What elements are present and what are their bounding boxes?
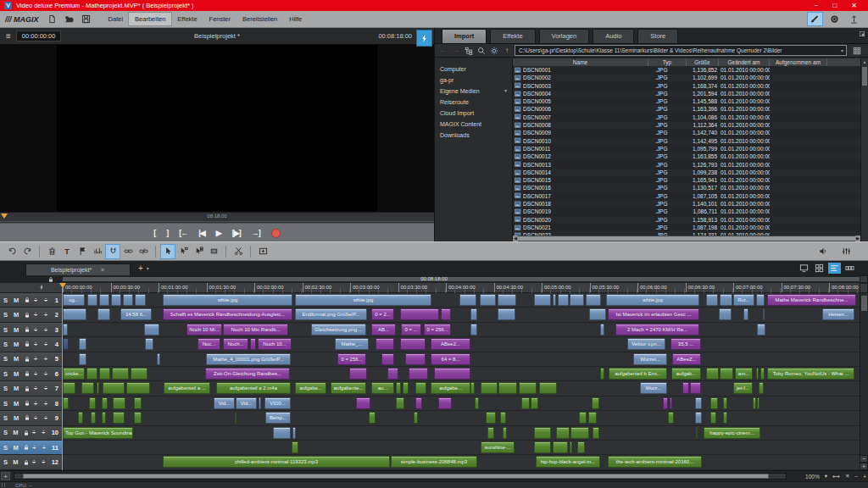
clip[interactable]: aufgabenteil b Emi... (609, 368, 667, 380)
curve-button[interactable]: ÷ (34, 400, 44, 408)
file-row[interactable]: DSCN0011.JPG1,095,79901.01.2010 00:00:00 (513, 145, 868, 152)
mute-button[interactable]: M (13, 444, 22, 452)
clip[interactable] (682, 382, 689, 394)
clip[interactable]: cricke... (63, 368, 85, 380)
split-icon[interactable] (231, 245, 245, 258)
clip[interactable] (486, 412, 496, 424)
clip[interactable]: Schafft es Maverick Randbeschneidung-Aus… (163, 308, 292, 320)
clip[interactable] (570, 427, 589, 439)
file-row[interactable]: DSCN0005.JPG1,145,58801.01.2010 00:00:00 (513, 97, 868, 105)
mute-button[interactable]: M (14, 385, 24, 392)
clip[interactable] (534, 427, 551, 439)
track-lock-icon[interactable] (24, 400, 34, 407)
clip[interactable]: Noc... (198, 338, 220, 350)
clip[interactable] (756, 294, 765, 306)
project-tab[interactable]: Beispielprojekt* ✕ (25, 263, 131, 275)
mouse-mode-icon[interactable] (161, 245, 175, 258)
clip[interactable]: Toby Romeo, YouNotUs - What ... (767, 368, 854, 380)
clip[interactable]: 64 = 8... (431, 353, 470, 365)
marker-icon[interactable] (75, 245, 89, 258)
track-lock-icon[interactable] (24, 312, 34, 319)
menu-datei[interactable]: Datei (103, 13, 130, 25)
clip[interactable] (570, 441, 572, 453)
gear-icon[interactable] (489, 47, 499, 55)
path-dropdown-icon[interactable]: ▾ (841, 47, 843, 53)
sidebar-item-downloads[interactable]: Downloads (435, 130, 512, 141)
clip[interactable] (126, 382, 150, 394)
clip[interactable] (695, 397, 702, 409)
track-lock-icon[interactable] (24, 326, 34, 333)
tab-audio[interactable]: Audio (593, 29, 634, 43)
column-header-typ[interactable]: Typ (648, 58, 687, 66)
clip[interactable] (723, 412, 727, 424)
clip[interactable] (103, 382, 125, 394)
clip[interactable]: happy-epic-cinem... (704, 427, 760, 439)
solo-button[interactable]: S (3, 444, 13, 452)
clip[interactable]: AB... (371, 324, 396, 336)
track-lane-6[interactable]: cricke...Zeit-Ort-Gleichung Randbes...au… (63, 367, 868, 380)
clip[interactable] (144, 324, 159, 336)
file-row[interactable]: DSCN0006.JPG1,163,39601.01.2010 00:00:00 (513, 105, 868, 113)
column-header-aufgenommen-am[interactable]: Aufgenommen am (770, 58, 827, 66)
file-row[interactable]: DSCN0003.JPG1,168,37401.01.2010 00:00:00 (513, 82, 868, 90)
solo-button[interactable]: S (3, 326, 14, 334)
track-lane-1[interactable]: og...white.jpgwhite.jpgwhite.jpgRot...Ma… (63, 293, 868, 307)
clip[interactable] (670, 397, 672, 409)
info-icon[interactable] (827, 13, 842, 25)
clip[interactable]: 0 = 256... (424, 324, 451, 336)
track-lane-3[interactable]: Noch 10 Mi...Noch 10 Min Randb...Gleichs… (63, 323, 868, 336)
clip[interactable] (579, 412, 587, 424)
clip[interactable] (356, 397, 370, 409)
clip[interactable] (102, 397, 108, 409)
minimize-button[interactable]: − (815, 2, 819, 9)
close-zoom-icon[interactable]: ✕ (845, 473, 849, 480)
new-doc-icon[interactable] (47, 14, 57, 24)
clip[interactable]: au... (371, 382, 394, 394)
video-display-area[interactable] (0, 44, 434, 212)
clip[interactable]: white.jpg (606, 294, 699, 306)
curve-button-2[interactable]: ÷ (44, 326, 54, 334)
curve-button-2[interactable]: ÷ (44, 385, 54, 392)
clip[interactable] (438, 397, 452, 409)
clip[interactable]: 14:58 6... (120, 308, 152, 320)
solo-button[interactable]: S (3, 458, 13, 466)
clip[interactable] (756, 368, 759, 380)
file-table-vscrollbar[interactable]: ▲ (860, 58, 868, 241)
timeline-mode-icon[interactable] (828, 263, 841, 274)
curve-button[interactable]: ÷ (34, 414, 44, 422)
track-lane-5[interactable]: Mathe_4_00001.png Größe/P...0 = 256...64… (63, 352, 868, 366)
clip[interactable]: chilled-ambient-minimal-119323.mp3 (163, 456, 390, 468)
curve-button-2[interactable]: ÷ (44, 311, 54, 319)
clip[interactable] (696, 427, 698, 439)
folder-tree-icon[interactable] (464, 47, 474, 55)
mixer-icon[interactable] (842, 247, 851, 256)
seek-playhead-marker[interactable] (1, 214, 8, 219)
snap-icon[interactable] (106, 245, 120, 258)
close-button[interactable]: ✕ (851, 2, 857, 9)
timeline-range-bar[interactable]: 00:08:18:00 (0, 275, 868, 283)
clip[interactable]: aufgab... (671, 368, 701, 380)
track-lock-icon[interactable] (23, 459, 32, 466)
clip[interactable] (403, 382, 409, 394)
clip[interactable] (592, 397, 599, 409)
preview-mode-icon[interactable] (798, 263, 810, 274)
clip[interactable] (577, 441, 585, 453)
lock-icon[interactable] (47, 276, 54, 283)
file-row[interactable]: DSCN0012.JPG1,163,85501.01.2010 00:00:00 (513, 152, 868, 160)
jump-end-button[interactable]: →] (252, 229, 260, 237)
mute-icon[interactable] (819, 247, 828, 256)
clip[interactable] (558, 294, 569, 306)
clip[interactable] (134, 397, 142, 409)
record-button[interactable] (271, 229, 281, 238)
track-header-3[interactable]: SM÷÷3 (0, 323, 63, 336)
clip[interactable] (498, 294, 516, 306)
zoom-in-vertical-button[interactable]: + (860, 463, 868, 470)
clip[interactable]: aufgabenteil a 2.m4a (216, 382, 291, 394)
sidebar-item-computer[interactable]: Computer (435, 64, 512, 75)
design-tools-icon[interactable] (808, 13, 822, 25)
clip[interactable] (487, 427, 494, 439)
ungroup-icon[interactable] (136, 245, 150, 258)
track-lock-icon[interactable] (24, 341, 34, 347)
solo-button[interactable]: S (3, 355, 14, 363)
clip[interactable]: Endformat.png Größe/P... (295, 308, 367, 320)
